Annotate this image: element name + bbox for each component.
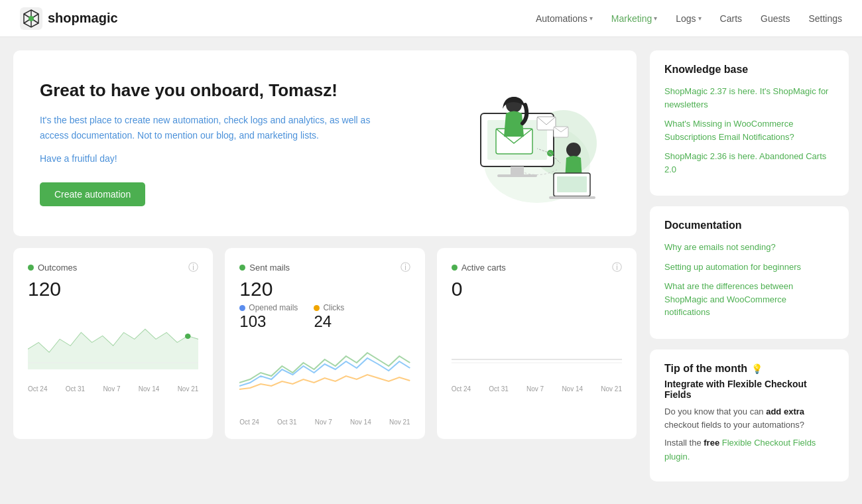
sent-mails-info-icon[interactable]: ⓘ <box>400 261 410 274</box>
sent-mails-dot <box>239 265 245 271</box>
stat-card-sent-mails: Sent mails ⓘ 120 Opened mails 103 <box>225 248 424 439</box>
active-carts-dot <box>452 265 458 271</box>
doc-link-2[interactable]: What are the differences between ShopMag… <box>664 280 834 319</box>
tip-desc: Do you know that you can add extra check… <box>664 405 834 433</box>
svg-rect-12 <box>557 176 587 192</box>
tip-title: Tip of the month <box>664 363 747 375</box>
x-label: Oct 31 <box>66 385 85 393</box>
chevron-down-icon: ▾ <box>698 15 702 22</box>
x-label: Oct 24 <box>239 418 259 426</box>
x-label: Oct 31 <box>277 418 296 426</box>
left-column: Great to have you onboard, Tomasz! It's … <box>13 50 637 481</box>
welcome-title: Great to have you onboard, Tomasz! <box>40 80 371 101</box>
x-label: Nov 7 <box>315 418 332 426</box>
welcome-text-block: Great to have you onboard, Tomasz! It's … <box>40 80 371 206</box>
create-automation-button[interactable]: Create automation <box>40 182 145 206</box>
active-carts-number: 0 <box>452 278 622 300</box>
nav: Automations ▾ Marketing ▾ Logs ▾ Carts G… <box>536 13 842 24</box>
sent-mails-number: 120 <box>239 278 410 300</box>
active-carts-label: Active carts <box>462 263 506 273</box>
documentation-card: Documentation Why are emails not sending… <box>650 206 849 339</box>
nav-carts[interactable]: Carts <box>720 13 742 24</box>
doc-link-0[interactable]: Why are emails not sending? <box>664 241 834 254</box>
x-label: Nov 14 <box>562 385 583 393</box>
logo-icon <box>20 7 42 30</box>
outcomes-dot <box>28 265 34 271</box>
stats-row: Outcomes ⓘ 120 Oct 24 Oct 31 <box>13 248 637 439</box>
x-label: Oct 31 <box>489 385 508 393</box>
welcome-illustration <box>451 77 610 210</box>
svg-rect-7 <box>497 174 537 177</box>
welcome-card: Great to have you onboard, Tomasz! It's … <box>13 50 637 236</box>
outcomes-chart <box>28 303 198 383</box>
tip-desc2: Install the free Flexible Checkout Field… <box>664 436 834 464</box>
x-label: Nov 21 <box>178 385 199 393</box>
sub-stats: Opened mails 103 Clicks 24 <box>239 303 410 331</box>
stat-card-active-carts: Active carts ⓘ 0 Oct 24 Oct 31 Nov 7 Nov… <box>437 248 637 439</box>
welcome-desc: It's the best place to create new automa… <box>40 113 371 143</box>
svg-rect-13 <box>549 196 595 199</box>
opened-mails-label: Opened mails <box>249 303 298 312</box>
x-label: Nov 14 <box>350 418 371 426</box>
active-carts-label-row: Active carts ⓘ <box>452 261 622 274</box>
tip-title-row: Tip of the month 💡 <box>664 363 834 375</box>
nav-automations[interactable]: Automations ▾ <box>536 13 593 24</box>
sent-mails-x-labels: Oct 24 Oct 31 Nov 7 Nov 14 Nov 21 <box>239 418 410 426</box>
opened-mails-stat: Opened mails 103 <box>239 303 298 331</box>
main-layout: Great to have you onboard, Tomasz! It's … <box>0 37 862 495</box>
lightbulb-icon: 💡 <box>751 363 763 374</box>
chevron-down-icon: ▾ <box>654 15 657 22</box>
kb-link-0[interactable]: ShopMagic 2.37 is here. It's ShopMagic f… <box>664 85 834 111</box>
svg-point-10 <box>566 143 581 157</box>
x-label: Nov 7 <box>526 385 544 393</box>
x-label: Nov 14 <box>139 385 160 393</box>
x-label: Oct 24 <box>452 385 471 393</box>
stat-card-outcomes: Outcomes ⓘ 120 Oct 24 Oct 31 <box>13 248 213 439</box>
active-carts-chart <box>452 303 622 383</box>
x-label: Oct 24 <box>28 385 47 393</box>
knowledge-base-card: Knowledge base ShopMagic 2.37 is here. I… <box>650 50 849 196</box>
svg-point-19 <box>185 334 191 339</box>
nav-settings[interactable]: Settings <box>808 13 842 24</box>
kb-link-1[interactable]: What's Missing in WooCommerce Subscripti… <box>664 117 834 143</box>
knowledge-base-title: Knowledge base <box>664 64 834 76</box>
active-carts-x-labels: Oct 24 Oct 31 Nov 7 Nov 14 Nov 21 <box>452 385 622 393</box>
outcomes-info-icon[interactable]: ⓘ <box>188 261 198 274</box>
opened-mails-number: 103 <box>239 312 298 331</box>
x-label: Nov 21 <box>601 385 622 393</box>
nav-guests[interactable]: Guests <box>761 13 790 24</box>
opened-mails-dot <box>239 305 245 311</box>
kb-link-2[interactable]: ShopMagic 2.36 is here. Abandoned Carts … <box>664 150 834 176</box>
nav-logs[interactable]: Logs ▾ <box>676 13 701 24</box>
x-label: Nov 21 <box>389 418 410 426</box>
header: shopmagic Automations ▾ Marketing ▾ Logs… <box>0 0 862 37</box>
welcome-sub: Have a fruitful day! <box>40 153 371 164</box>
sent-mails-label: Sent mails <box>249 263 290 273</box>
nav-marketing[interactable]: Marketing ▾ <box>611 13 657 24</box>
outcomes-number: 120 <box>28 278 198 300</box>
clicks-label: Clicks <box>323 303 344 312</box>
tip-subtitle: Integrate with Flexible Checkout Fields <box>664 379 834 400</box>
x-label: Nov 7 <box>103 385 120 393</box>
sent-mails-chart <box>239 336 410 416</box>
clicks-dot <box>314 305 320 311</box>
active-carts-info-icon[interactable]: ⓘ <box>612 261 622 274</box>
doc-link-1[interactable]: Setting up automation for beginners <box>664 261 834 274</box>
documentation-title: Documentation <box>664 220 834 231</box>
chevron-down-icon: ▾ <box>589 15 593 22</box>
svg-point-1 <box>29 16 34 21</box>
svg-rect-6 <box>511 166 524 174</box>
tip-card: Tip of the month 💡 Integrate with Flexib… <box>650 349 849 481</box>
outcomes-label-row: Outcomes ⓘ <box>28 261 198 274</box>
sent-mails-label-row: Sent mails ⓘ <box>239 261 410 274</box>
logo-text: shopmagic <box>48 11 118 26</box>
clicks-number: 24 <box>314 312 344 331</box>
logo[interactable]: shopmagic <box>20 7 118 30</box>
tip-plugin-link[interactable]: Flexible Checkout Fields plugin. <box>664 438 816 462</box>
outcomes-label: Outcomes <box>38 263 77 273</box>
clicks-stat: Clicks 24 <box>314 303 344 331</box>
outcomes-x-labels: Oct 24 Oct 31 Nov 7 Nov 14 Nov 21 <box>28 385 198 393</box>
right-column: Knowledge base ShopMagic 2.37 is here. I… <box>650 50 849 481</box>
